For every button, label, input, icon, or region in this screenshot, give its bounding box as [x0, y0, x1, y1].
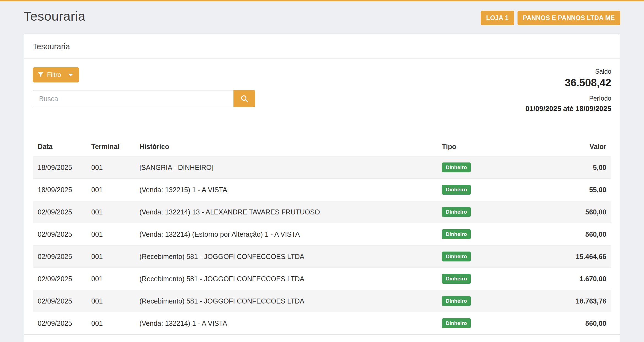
balance-panel: Saldo 36.508,42 Período 01/09/2025 até 1…: [525, 67, 611, 113]
tipo-badge: Dinheiro: [442, 162, 471, 172]
search-input[interactable]: [33, 90, 233, 107]
header-historico: Histórico: [135, 138, 437, 156]
store-button[interactable]: LOJA 1: [481, 11, 514, 25]
cell-valor: 560,00: [531, 223, 611, 246]
cell-data: 18/09/2025: [33, 179, 87, 201]
cell-historico: (Venda: 132215) 1 - A VISTA: [135, 179, 437, 201]
cell-terminal: 001: [87, 156, 135, 179]
cell-valor: 15.464,66: [531, 246, 611, 268]
cell-data: 02/09/2025: [33, 223, 87, 246]
cell-valor: 1.670,00: [531, 268, 611, 290]
page-header: Tesouraria LOJA 1 PANNOS E PANNOS LTDA M…: [24, 1, 620, 25]
cell-historico: (Recebimento) 581 - JOGGOFI CONFECCOES L…: [135, 246, 437, 268]
periodo-label: Período: [525, 95, 611, 102]
filter-button[interactable]: Filtro: [33, 67, 79, 82]
table-total: Total - 8 encontrado(s): [24, 334, 620, 342]
cell-terminal: 001: [87, 290, 135, 312]
cell-terminal: 001: [87, 246, 135, 268]
cell-tipo: Dinheiro: [437, 201, 531, 223]
table-row[interactable]: 18/09/2025 001 (Venda: 132215) 1 - A VIS…: [33, 179, 611, 201]
tipo-badge: Dinheiro: [442, 207, 471, 217]
cell-terminal: 001: [87, 312, 135, 335]
header-valor: Valor: [531, 138, 611, 156]
table-row[interactable]: 18/09/2025 001 [SANGRIA - DINHEIRO] Dinh…: [33, 156, 611, 179]
cell-terminal: 001: [87, 179, 135, 201]
transactions-table: Data Terminal Histórico Tipo Valor 18/09…: [33, 138, 611, 334]
cell-data: 18/09/2025: [33, 156, 87, 179]
cell-historico: [SANGRIA - DINHEIRO]: [135, 156, 437, 179]
cell-tipo: Dinheiro: [437, 179, 531, 201]
table-row[interactable]: 02/09/2025 001 (Venda: 132214) (Estorno …: [33, 223, 611, 246]
tipo-badge: Dinheiro: [442, 274, 471, 284]
page-title: Tesouraria: [24, 9, 85, 24]
cell-valor: 55,00: [531, 179, 611, 201]
tipo-badge: Dinheiro: [442, 296, 471, 306]
search-button[interactable]: [233, 90, 255, 107]
cell-historico: (Recebimento) 581 - JOGGOFI CONFECCOES L…: [135, 290, 437, 312]
periodo-value: 01/09/2025 até 18/09/2025: [525, 104, 611, 113]
header-data: Data: [33, 138, 87, 156]
cell-data: 02/09/2025: [33, 312, 87, 335]
cell-valor: 560,00: [531, 201, 611, 223]
cell-data: 02/09/2025: [33, 246, 87, 268]
toolbar: Filtro: [33, 67, 611, 113]
cell-data: 02/09/2025: [33, 201, 87, 223]
saldo-label: Saldo: [525, 68, 611, 75]
cell-terminal: 001: [87, 201, 135, 223]
saldo-value: 36.508,42: [525, 77, 611, 89]
cell-valor: 18.763,76: [531, 290, 611, 312]
table-body: 18/09/2025 001 [SANGRIA - DINHEIRO] Dinh…: [33, 156, 611, 335]
cell-tipo: Dinheiro: [437, 156, 531, 179]
filter-icon: [38, 72, 44, 78]
table-row[interactable]: 02/09/2025 001 (Venda: 132214) 1 - A VIS…: [33, 312, 611, 335]
header-terminal: Terminal: [87, 138, 135, 156]
cell-terminal: 001: [87, 223, 135, 246]
company-button[interactable]: PANNOS E PANNOS LTDA ME: [518, 11, 620, 25]
tipo-badge: Dinheiro: [442, 185, 471, 195]
search-group: [33, 90, 255, 107]
header-tipo: Tipo: [437, 138, 531, 156]
cell-data: 02/09/2025: [33, 268, 87, 290]
cell-valor: 5,00: [531, 156, 611, 179]
cell-valor: 560,00: [531, 312, 611, 335]
table-header-row: Data Terminal Histórico Tipo Valor: [33, 138, 611, 156]
cell-historico: (Venda: 132214) (Estorno por Alteração) …: [135, 223, 437, 246]
table-wrap: Data Terminal Histórico Tipo Valor 18/09…: [33, 138, 611, 334]
tipo-badge: Dinheiro: [442, 229, 471, 239]
caret-down-icon: [68, 74, 73, 76]
cell-tipo: Dinheiro: [437, 246, 531, 268]
tipo-badge: Dinheiro: [442, 318, 471, 328]
filter-label: Filtro: [47, 71, 61, 79]
table-row[interactable]: 02/09/2025 001 (Recebimento) 581 - JOGGO…: [33, 290, 611, 312]
tipo-badge: Dinheiro: [442, 252, 471, 261]
cell-terminal: 001: [87, 268, 135, 290]
search-icon: [240, 95, 249, 103]
cell-historico: (Recebimento) 581 - JOGGOFI CONFECCOES L…: [135, 268, 437, 290]
cell-tipo: Dinheiro: [437, 223, 531, 246]
card-title: Tesouraria: [24, 34, 620, 59]
cell-tipo: Dinheiro: [437, 268, 531, 290]
table-row[interactable]: 02/09/2025 001 (Recebimento) 581 - JOGGO…: [33, 246, 611, 268]
table-row[interactable]: 02/09/2025 001 (Venda: 132214) 13 - ALEX…: [33, 201, 611, 223]
cell-historico: (Venda: 132214) 13 - ALEXANDRE TAVARES F…: [135, 201, 437, 223]
cell-tipo: Dinheiro: [437, 312, 531, 335]
table-row[interactable]: 02/09/2025 001 (Recebimento) 581 - JOGGO…: [33, 268, 611, 290]
card-body: Filtro: [24, 59, 620, 334]
tesouraria-card: Tesouraria Filtro: [24, 34, 620, 342]
cell-tipo: Dinheiro: [437, 290, 531, 312]
tesouraria-page: Tesouraria LOJA 1 PANNOS E PANNOS LTDA M…: [0, 1, 644, 342]
cell-data: 02/09/2025: [33, 290, 87, 312]
toolbar-left: Filtro: [33, 67, 255, 107]
header-buttons: LOJA 1 PANNOS E PANNOS LTDA ME: [481, 9, 620, 25]
cell-historico: (Venda: 132214) 1 - A VISTA: [135, 312, 437, 335]
